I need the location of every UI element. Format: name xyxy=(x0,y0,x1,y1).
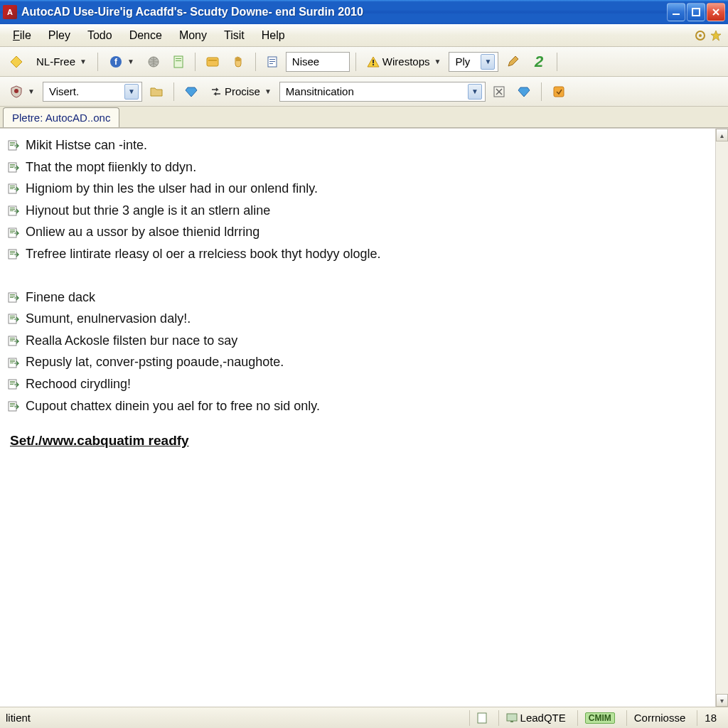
scroll-up-button[interactable]: ▴ xyxy=(716,129,728,141)
separator xyxy=(173,82,174,101)
bullet-doc-icon xyxy=(7,291,20,304)
procise-button[interactable]: Procise ▼ xyxy=(205,81,277,102)
svg-text:2: 2 xyxy=(534,54,544,70)
list-item: Cupout chattex dinein you ael for to fre… xyxy=(6,395,707,417)
svg-rect-69 xyxy=(10,406,14,407)
toolbar-2: ▼ Visert. ▼ Procise ▼ Mansitnication ▼ xyxy=(0,77,728,107)
menu-pley[interactable]: Pley xyxy=(40,26,79,45)
two-button[interactable]: 2 xyxy=(527,51,551,73)
bullet-doc-icon xyxy=(7,161,20,173)
bullet-doc-icon xyxy=(7,400,20,412)
list-item-text: Onliew au a ussor by alsoe thienid ldrri… xyxy=(26,221,259,243)
svg-rect-44 xyxy=(10,252,15,253)
minimize-button[interactable] xyxy=(667,3,685,21)
back-button[interactable] xyxy=(4,51,28,73)
status-icon-1[interactable] xyxy=(469,710,494,726)
pencil-button[interactable] xyxy=(501,51,524,73)
list-item-text: Rechood cirydling! xyxy=(26,373,131,395)
scroll-track[interactable] xyxy=(716,141,728,694)
visert-combo[interactable]: Visert. ▼ xyxy=(43,82,142,102)
gem-icon xyxy=(518,86,530,97)
orange-button[interactable] xyxy=(547,81,570,102)
dropdown-arrow-icon: ▼ xyxy=(264,87,272,95)
shield-icon xyxy=(9,85,23,99)
svg-rect-31 xyxy=(10,186,15,186)
folder-button[interactable] xyxy=(145,81,168,102)
svg-rect-67 xyxy=(10,403,15,404)
doc-green-button[interactable] xyxy=(168,51,189,73)
globe-gray-button[interactable] xyxy=(142,51,165,73)
nisee-value: Nisee xyxy=(289,55,346,68)
content-area: Mikit Histse can -inte.That the mopt fii… xyxy=(0,128,728,707)
menu-tisit[interactable]: Tisit xyxy=(215,26,253,45)
svg-rect-60 xyxy=(10,361,15,362)
svg-rect-21 xyxy=(554,87,564,97)
list-item: That the mopt fiienkly to ddyn. xyxy=(6,156,707,178)
svg-point-19 xyxy=(14,89,18,93)
status-num: 18 xyxy=(697,710,724,726)
svg-rect-7 xyxy=(174,56,183,68)
dropdown-arrow-icon: ▼ xyxy=(80,58,87,65)
bullet-doc-icon xyxy=(7,226,20,239)
status-leadqte[interactable]: LeadQTE xyxy=(498,710,573,726)
ply-combo[interactable]: Ply ▼ xyxy=(449,52,498,72)
window-controls xyxy=(667,3,725,21)
list-item-text: Repusly lat, conver-psting poaude,-naugh… xyxy=(26,351,284,373)
status-bar: litient LeadQTE CMIM Corrniosse 18 xyxy=(0,707,728,728)
list-item-text: Finene dack xyxy=(26,287,95,309)
app-icon: A xyxy=(3,5,17,19)
bullet-doc-icon xyxy=(7,312,20,325)
status-corr[interactable]: Corrniosse xyxy=(626,710,693,726)
gear-icon[interactable] xyxy=(692,28,708,43)
svg-rect-24 xyxy=(10,144,15,144)
svg-rect-55 xyxy=(10,338,15,338)
shield-button[interactable]: ▼ xyxy=(4,81,40,102)
bullet-doc-icon xyxy=(7,356,20,369)
svg-rect-13 xyxy=(269,59,275,60)
menu-dence[interactable]: Dence xyxy=(121,26,171,45)
mansit-combo[interactable]: Mansitnication ▼ xyxy=(279,82,486,102)
page-button[interactable] xyxy=(262,51,283,73)
visert-value: Visert. xyxy=(46,85,124,97)
svg-rect-10 xyxy=(207,58,218,66)
menu-mony[interactable]: Mony xyxy=(171,26,215,45)
diamond-yellow-icon xyxy=(9,55,23,69)
close-button[interactable] xyxy=(707,3,725,21)
star-icon[interactable] xyxy=(708,28,724,43)
separator xyxy=(255,53,256,71)
nisee-field[interactable]: Nisee xyxy=(286,52,350,72)
globe-button[interactable]: f ▼ xyxy=(104,51,139,73)
menu-file[interactable]: File xyxy=(4,26,40,45)
card-button[interactable] xyxy=(201,51,224,73)
svg-rect-68 xyxy=(10,405,15,405)
nl-free-button[interactable]: NL-Free ▼ xyxy=(31,51,92,73)
close-x-button[interactable] xyxy=(488,81,510,102)
svg-rect-70 xyxy=(478,713,486,723)
wirestops-button[interactable]: Wirestops ▼ xyxy=(362,51,446,73)
vertical-scrollbar[interactable]: ▴ ▾ xyxy=(715,129,728,707)
svg-rect-33 xyxy=(10,188,14,189)
bullet-doc-icon xyxy=(7,334,20,347)
maximize-button[interactable] xyxy=(687,3,705,21)
menu-todo[interactable]: Todo xyxy=(79,26,121,45)
dropdown-arrow-icon: ▼ xyxy=(28,87,35,95)
list-item-text: Trefree lintirate rleasy ol oer a rrelci… xyxy=(26,243,381,265)
gem2-button[interactable] xyxy=(513,81,535,102)
scroll-down-button[interactable]: ▾ xyxy=(716,694,728,707)
svg-rect-1 xyxy=(692,9,700,16)
hand-button[interactable] xyxy=(227,51,250,73)
readfy-link[interactable]: Set/./www.cabquatim readfy xyxy=(10,433,189,448)
gem-button[interactable] xyxy=(180,81,203,102)
card-icon xyxy=(206,56,219,68)
title-bar: A AutocAD Use-Uire'ig Acadfd's- Scudty D… xyxy=(0,0,728,24)
svg-rect-37 xyxy=(10,210,14,211)
tab-document[interactable]: Pletre: AutocAD..onc xyxy=(3,107,119,127)
separator xyxy=(195,53,196,71)
dropdown-arrow-icon: ▼ xyxy=(481,54,495,70)
pencil-icon xyxy=(506,55,519,68)
document-icon xyxy=(173,55,184,68)
svg-rect-32 xyxy=(10,187,15,188)
menu-help[interactable]: Help xyxy=(253,26,294,45)
bullet-doc-icon xyxy=(7,378,20,390)
list-item: Hiynout but thrie 3 angle is it an stler… xyxy=(6,200,707,222)
